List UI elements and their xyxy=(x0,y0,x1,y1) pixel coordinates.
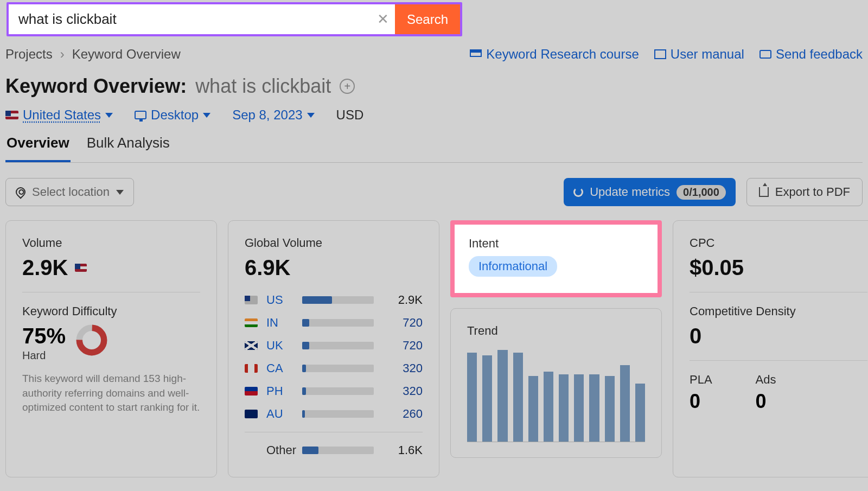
chevron-down-icon xyxy=(105,113,113,118)
trend-bar xyxy=(497,350,507,442)
au-flag-icon xyxy=(245,410,258,418)
map-pin-icon xyxy=(14,185,27,199)
keyword-research-course-link[interactable]: Keyword Research course xyxy=(470,47,639,62)
clear-search-button[interactable]: ✕ xyxy=(371,4,395,34)
volume-bar xyxy=(302,410,374,418)
country-code: Other xyxy=(266,443,289,457)
volume-card: Volume 2.9K Keyword Difficulty 75% Hard … xyxy=(5,220,217,477)
country-volume: 260 xyxy=(387,407,423,421)
difficulty-donut-icon xyxy=(75,324,108,356)
breadcrumb-projects[interactable]: Projects xyxy=(5,47,53,62)
trend-bar xyxy=(528,376,538,442)
keyword-difficulty-label: Keyword Difficulty xyxy=(22,304,200,318)
volume-bar xyxy=(302,319,374,327)
pla-label: PLA xyxy=(690,373,712,387)
global-volume-row: US 2.9K xyxy=(245,289,423,311)
date-selector[interactable]: Sep 8, 2023 xyxy=(232,107,314,123)
search-button[interactable]: Search xyxy=(395,4,460,34)
tab-overview[interactable]: Overview xyxy=(5,132,71,162)
update-metrics-button[interactable]: Update metrics 0/1,000 xyxy=(564,178,736,206)
country-code[interactable]: CA xyxy=(266,361,289,375)
global-volume-label: Global Volume xyxy=(245,236,423,250)
volume-value: 2.9K xyxy=(22,256,68,280)
refresh-icon xyxy=(573,187,583,197)
trend-bar xyxy=(574,374,584,442)
chevron-down-icon xyxy=(203,113,210,118)
global-volume-row: PH 320 xyxy=(245,380,423,403)
trend-bar xyxy=(559,374,569,442)
tabs: Overview Bulk Analysis xyxy=(5,132,863,163)
global-volume-row-other: Other 1.6K xyxy=(245,439,423,462)
cpc-label: CPC xyxy=(690,236,867,250)
trend-bar xyxy=(513,353,523,442)
ca-flag-icon xyxy=(245,364,258,373)
trend-bar xyxy=(482,355,492,442)
country-volume: 720 xyxy=(387,316,423,330)
global-volume-row: CA 320 xyxy=(245,357,423,380)
page-title-keyword: what is clickbait xyxy=(195,75,331,98)
send-feedback-link[interactable]: Send feedback xyxy=(760,47,863,62)
trend-chart xyxy=(467,350,645,442)
select-location-button[interactable]: Select location xyxy=(5,178,134,206)
pla-value: 0 xyxy=(690,390,712,413)
country-code[interactable]: US xyxy=(266,293,289,307)
breadcrumb: Projects › Keyword Overview xyxy=(5,47,181,62)
competitive-density-value: 0 xyxy=(690,324,867,348)
tab-bulk-analysis[interactable]: Bulk Analysis xyxy=(86,132,171,162)
country-code[interactable]: PH xyxy=(266,384,289,398)
country-selector[interactable]: United States xyxy=(5,107,113,123)
trend-bar xyxy=(589,374,599,442)
trend-bar xyxy=(544,372,553,442)
export-icon xyxy=(759,187,769,197)
cpc-card: CPC $0.05 Competitive Density 0 PLA 0 Ad… xyxy=(673,220,868,477)
country-code[interactable]: UK xyxy=(266,339,289,353)
global-volume-value: 6.9K xyxy=(245,256,423,280)
country-code[interactable]: IN xyxy=(266,316,289,330)
chevron-down-icon xyxy=(116,190,124,195)
in-flag-icon xyxy=(245,318,258,327)
search-input[interactable] xyxy=(9,4,371,34)
trend-bar xyxy=(620,365,630,442)
country-volume: 320 xyxy=(387,384,423,398)
uk-flag-icon xyxy=(245,341,258,350)
country-code[interactable]: AU xyxy=(266,407,289,421)
trend-bar xyxy=(635,384,645,442)
page-title: Keyword Overview: xyxy=(5,75,187,98)
volume-bar xyxy=(302,365,374,372)
country-volume: 1.6K xyxy=(387,443,423,457)
volume-bar xyxy=(302,447,374,454)
volume-bar xyxy=(302,387,374,395)
update-quota-badge: 0/1,000 xyxy=(676,185,726,200)
keyword-difficulty-word: Hard xyxy=(22,349,66,362)
breadcrumb-current: Keyword Overview xyxy=(72,47,181,62)
ads-value: 0 xyxy=(756,390,776,413)
global-volume-row: IN 720 xyxy=(245,311,423,334)
volume-label: Volume xyxy=(22,236,200,250)
desktop-icon xyxy=(135,111,146,119)
ads-label: Ads xyxy=(756,373,776,387)
book-icon xyxy=(654,49,666,59)
volume-bar xyxy=(302,342,374,349)
global-volume-row: UK 720 xyxy=(245,334,423,357)
country-volume: 2.9K xyxy=(387,293,423,307)
intent-card: Intent Informational xyxy=(450,220,662,297)
graduation-cap-icon xyxy=(470,49,482,57)
device-selector[interactable]: Desktop xyxy=(135,107,210,123)
intent-badge[interactable]: Informational xyxy=(469,256,557,277)
country-volume: 320 xyxy=(387,361,423,375)
trend-bar xyxy=(605,376,615,442)
chevron-down-icon xyxy=(307,113,315,118)
country-volume: 720 xyxy=(387,339,423,353)
add-keyword-button[interactable]: + xyxy=(340,79,355,94)
user-manual-link[interactable]: User manual xyxy=(654,47,744,62)
chevron-right-icon: › xyxy=(60,47,65,62)
trend-card: Trend xyxy=(450,308,662,458)
global-volume-row: AU 260 xyxy=(245,403,423,425)
ph-flag-icon xyxy=(245,387,258,396)
export-pdf-button[interactable]: Export to PDF xyxy=(746,178,863,206)
cpc-value: $0.05 xyxy=(690,256,867,280)
us-flag-icon xyxy=(245,296,258,304)
keyword-difficulty-value: 75% xyxy=(22,324,66,348)
competitive-density-label: Competitive Density xyxy=(690,304,867,318)
search-bar: ✕ Search xyxy=(7,2,462,36)
